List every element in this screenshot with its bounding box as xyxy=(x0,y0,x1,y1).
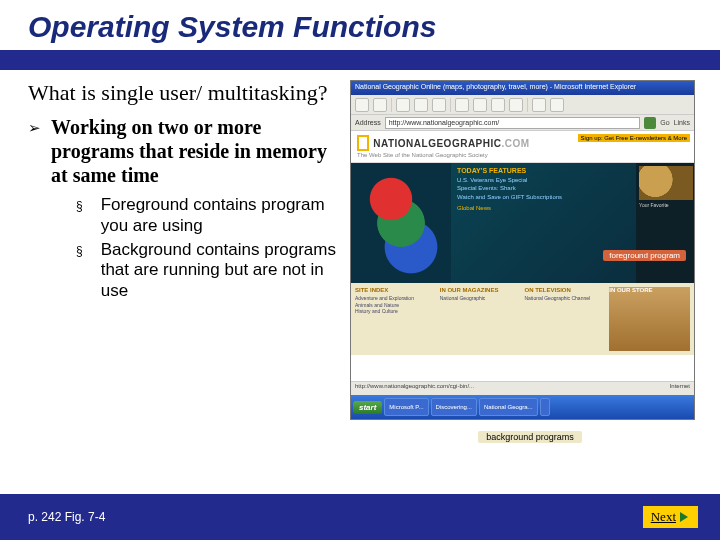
status-zone: Internet xyxy=(670,383,690,394)
start-button[interactable]: start xyxy=(353,401,382,414)
section-item[interactable]: National Geographic Channel xyxy=(525,295,606,302)
browser-viewport: NATIONALGEOGRAPHIC.COM Sign up: Get Free… xyxy=(351,131,694,381)
site-brand: NATIONALGEOGRAPHIC.COM xyxy=(373,138,529,149)
sub-bullet-text: Background contains programs that are ru… xyxy=(101,240,338,301)
taskbar-item[interactable] xyxy=(540,398,550,416)
brand-suffix: .COM xyxy=(502,138,530,149)
feature-link[interactable]: Watch and Save on GIFT Subscriptions xyxy=(457,193,630,201)
background-callout: background programs xyxy=(478,431,582,443)
footer-bar: p. 242 Fig. 7-4 Next xyxy=(0,494,720,540)
site-tagline: The Web Site of the National Geographic … xyxy=(357,152,688,158)
site-sections: SITE INDEX Adventure and Exploration Ani… xyxy=(351,283,694,355)
section-store: IN OUR STORE xyxy=(609,287,690,351)
section-siteindex: SITE INDEX Adventure and Exploration Ani… xyxy=(355,287,436,351)
feature-link[interactable]: U.S. Veterans Eye Special xyxy=(457,176,630,184)
links-label[interactable]: Links xyxy=(674,119,690,126)
background-callout-wrap: background programs xyxy=(350,426,710,444)
section-item[interactable]: National Geographic xyxy=(440,295,521,302)
global-news-label: Global News xyxy=(457,205,630,211)
leopard-image xyxy=(639,166,693,200)
browser-window: National Geographic Online (maps, photog… xyxy=(350,80,695,420)
right-column: National Geographic Online (maps, photog… xyxy=(350,80,710,444)
sub-bullet-text: Foreground contains program you are usin… xyxy=(101,195,338,236)
foreground-callout: foreground program xyxy=(603,250,686,261)
go-button[interactable] xyxy=(644,117,656,129)
site-header: NATIONALGEOGRAPHIC.COM Sign up: Get Free… xyxy=(351,131,694,163)
features-title: TODAY'S FEATURES xyxy=(457,167,630,174)
natgeo-logo-icon xyxy=(357,135,369,151)
section-item[interactable]: History and Culture xyxy=(355,308,436,315)
go-label: Go xyxy=(660,119,669,126)
hero-area: TODAY'S FEATURES U.S. Veterans Eye Speci… xyxy=(351,163,694,283)
stop-icon[interactable] xyxy=(396,98,410,112)
next-label: Next xyxy=(651,509,676,525)
separator xyxy=(450,98,451,112)
address-label: Address xyxy=(355,119,381,126)
search-icon[interactable] xyxy=(455,98,469,112)
content-area: What is single user/ multitasking? ➢ Wor… xyxy=(0,70,720,444)
sub-bullet: § Background contains programs that are … xyxy=(76,240,338,301)
hero-right-column: Your Favorite xyxy=(636,163,694,283)
page-reference: p. 242 Fig. 7-4 xyxy=(28,510,105,524)
separator xyxy=(527,98,528,112)
arrow-right-icon xyxy=(680,512,688,522)
chevron-right-icon: ➢ xyxy=(28,115,41,187)
section-icon: § xyxy=(76,195,83,236)
section-title: ON TELEVISION xyxy=(525,287,606,293)
signup-banner[interactable]: Sign up: Get Free E-newsletters & More xyxy=(578,134,690,142)
media-icon[interactable] xyxy=(491,98,505,112)
home-icon[interactable] xyxy=(432,98,446,112)
browser-titlebar: National Geographic Online (maps, photog… xyxy=(351,81,694,95)
next-button[interactable]: Next xyxy=(643,506,698,528)
history-icon[interactable] xyxy=(509,98,523,112)
status-bar: http://www.nationalgeographic.com/cgi-bi… xyxy=(351,381,694,395)
right-title: Your Favorite xyxy=(639,202,691,208)
features-column: TODAY'S FEATURES U.S. Veterans Eye Speci… xyxy=(451,163,636,283)
favorites-icon[interactable] xyxy=(473,98,487,112)
sub-bullet: § Foreground contains program you are us… xyxy=(76,195,338,236)
separator xyxy=(391,98,392,112)
slide-title: Operating System Functions xyxy=(0,0,720,50)
parrot-image xyxy=(351,163,451,283)
browser-toolbar xyxy=(351,95,694,115)
section-title: SITE INDEX xyxy=(355,287,436,293)
back-icon[interactable] xyxy=(355,98,369,112)
address-input[interactable]: http://www.nationalgeographic.com/ xyxy=(385,117,641,129)
section-icon: § xyxy=(76,240,83,301)
section-magazines: IN OUR MAGAZINES National Geographic xyxy=(440,287,521,351)
forward-icon[interactable] xyxy=(373,98,387,112)
question-text: What is single user/ multitasking? xyxy=(28,80,338,105)
status-url: http://www.nationalgeographic.com/cgi-bi… xyxy=(355,383,670,394)
title-bar xyxy=(0,50,720,70)
mail-icon[interactable] xyxy=(532,98,546,112)
main-bullet-text: Working on two or more programs that res… xyxy=(51,115,338,187)
section-title: IN OUR STORE xyxy=(609,287,690,293)
taskbar-item[interactable]: National Geogra... xyxy=(479,398,538,416)
section-tv: ON TELEVISION National Geographic Channe… xyxy=(525,287,606,351)
taskbar-item[interactable]: Microsoft P... xyxy=(384,398,428,416)
section-title: IN OUR MAGAZINES xyxy=(440,287,521,293)
address-bar: Address http://www.nationalgeographic.co… xyxy=(351,115,694,131)
brand-main: NATIONALGEOGRAPHIC xyxy=(373,138,501,149)
refresh-icon[interactable] xyxy=(414,98,428,112)
main-bullet: ➢ Working on two or more programs that r… xyxy=(28,115,338,187)
left-column: What is single user/ multitasking? ➢ Wor… xyxy=(28,80,338,444)
taskbar-item[interactable]: Discovering... xyxy=(431,398,477,416)
feature-link[interactable]: Special Events: Shark xyxy=(457,184,630,192)
print-icon[interactable] xyxy=(550,98,564,112)
taskbar: start Microsoft P... Discovering... Nati… xyxy=(351,395,694,419)
